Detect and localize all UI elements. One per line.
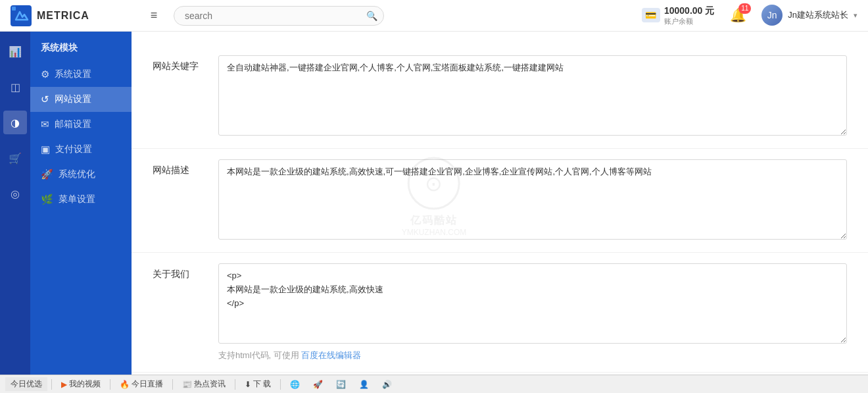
payment-settings-icon: ▣ <box>41 144 50 155</box>
taskbar-news-label: 热点资讯 <box>194 379 226 390</box>
keyword-textarea[interactable] <box>218 55 847 136</box>
notification-badge: 11 <box>738 3 751 14</box>
wallet-label: 账户余额 <box>664 16 714 26</box>
taskbar-sep-4 <box>235 379 235 390</box>
about-label: 关于我们 <box>153 263 218 280</box>
live-icon: 🔥 <box>120 380 130 389</box>
sidebar-nav: 系统模块 ⚙ 系统设置 ↺ 网站设置 ✉ 邮箱设置 ▣ 支付设置 🚀 系统优化 … <box>30 32 132 375</box>
sidebar-item-payment-settings[interactable]: ▣ 支付设置 <box>30 137 132 162</box>
taskbar-icon2: 🚀 <box>313 380 323 389</box>
avatar: Jn <box>761 5 783 26</box>
taskbar-sep-3 <box>172 379 173 390</box>
taskbar-item-live[interactable]: 🔥 今日直播 <box>114 377 168 391</box>
form-row-about: 关于我们 支持html代码, 可使用 百度在线编辑器 <box>132 253 868 373</box>
main-layout: 📊 ◫ ◑ 🛒 ◎ 系统模块 ⚙ 系统设置 ↺ 网站设置 ✉ 邮箱设置 ▣ 支付… <box>0 32 868 375</box>
sidebar-icon-layers[interactable]: ◫ <box>3 75 27 99</box>
system-settings-icon: ⚙ <box>41 68 49 80</box>
taskbar-sep-5 <box>280 379 281 390</box>
user-area[interactable]: Jn Jn建站系统站长 ▾ <box>761 5 857 26</box>
description-label: 网站描述 <box>153 159 218 176</box>
keyword-label: 网站关键字 <box>153 55 218 72</box>
sidebar-section-title: 系统模块 <box>30 39 132 62</box>
taskbar-item-icon2[interactable]: 🚀 <box>308 379 328 390</box>
sidebar-item-email-settings[interactable]: ✉ 邮箱设置 <box>30 112 132 137</box>
search-icon[interactable]: 🔍 <box>366 11 377 21</box>
topbar: METRICA ≡ 🔍 💳 10000.00 元 账户余额 🔔 11 Jn Jn… <box>0 0 868 32</box>
content-area: ⊙ 亿码酷站 YMKUZHAN.COM 网站关键字 网站描述 关于我们 <box>132 32 868 375</box>
about-hint-prefix: 支持html代码, 可使用 <box>218 350 299 360</box>
wallet-amount: 10000.00 元 <box>664 5 714 16</box>
sidebar-icon-misc[interactable]: ◎ <box>3 182 27 205</box>
taskbar-icon4: 👤 <box>359 380 369 389</box>
taskbar-icon1: 🌐 <box>290 380 300 389</box>
user-name: Jn建站系统站长 <box>788 9 848 21</box>
taskbar-item-download[interactable]: ⬇ 下 载 <box>239 377 276 391</box>
news-icon: 📰 <box>182 380 192 389</box>
notification-button[interactable]: 🔔 11 <box>727 5 748 26</box>
taskbar-item-news[interactable]: 📰 热点资讯 <box>177 377 231 391</box>
form-row-keyword: 网站关键字 <box>132 45 868 149</box>
sidebar-item-label-payment-settings: 支付设置 <box>55 144 92 155</box>
about-field: 支持html代码, 可使用 百度在线编辑器 <box>218 263 847 361</box>
logo-icon <box>11 5 32 26</box>
taskbar-item-today-picks[interactable]: 今日优选 <box>5 377 47 391</box>
website-settings-icon: ↺ <box>41 93 49 105</box>
taskbar-item-icon4[interactable]: 👤 <box>354 379 374 390</box>
taskbar-item-my-video[interactable]: ▶ 我的视频 <box>56 377 106 391</box>
sidebar-item-label-website-settings: 网站设置 <box>55 93 91 105</box>
wallet-info: 10000.00 元 账户余额 <box>664 5 714 26</box>
wallet-icon: 💳 <box>642 8 660 22</box>
keyword-field <box>218 55 847 138</box>
system-optimize-icon: 🚀 <box>41 169 53 180</box>
taskbar-download-label: 下 载 <box>253 379 271 390</box>
user-dropdown-icon: ▾ <box>854 11 857 20</box>
sidebar-icon-cart[interactable]: 🛒 <box>3 146 27 170</box>
sidebar-icon-analytics[interactable]: 📊 <box>3 39 27 63</box>
taskbar-sep-2 <box>110 379 110 390</box>
taskbar-my-video-label: 我的视频 <box>69 379 101 390</box>
sidebar-icon-settings[interactable]: ◑ <box>3 111 27 134</box>
form-row-description: 网站描述 <box>132 149 868 253</box>
taskbar-item-icon5[interactable]: 🔊 <box>377 379 397 390</box>
logo-text: METRICA <box>37 10 89 22</box>
about-hint: 支持html代码, 可使用 百度在线编辑器 <box>218 350 847 361</box>
wallet-area: 💳 10000.00 元 账户余额 <box>642 5 714 26</box>
sidebar-item-label-system-settings: 系统设置 <box>55 68 91 80</box>
sidebar-icon-strip: 📊 ◫ ◑ 🛒 ◎ <box>0 32 30 375</box>
menu-toggle-button[interactable]: ≡ <box>142 4 166 28</box>
sidebar-item-system-settings[interactable]: ⚙ 系统设置 <box>30 62 132 87</box>
about-hint-link[interactable]: 百度在线编辑器 <box>301 350 361 360</box>
search-bar: 🔍 <box>174 6 384 26</box>
sidebar-item-label-menu-settings: 菜单设置 <box>59 194 95 205</box>
sidebar-item-website-settings[interactable]: ↺ 网站设置 <box>30 87 132 112</box>
search-input[interactable] <box>174 6 384 26</box>
description-textarea[interactable] <box>218 159 847 240</box>
sidebar-item-menu-settings[interactable]: 🌿 菜单设置 <box>30 187 132 212</box>
my-video-icon: ▶ <box>61 380 67 389</box>
description-field <box>218 159 847 242</box>
taskbar-icon5: 🔊 <box>382 380 392 389</box>
logo-area: METRICA <box>11 5 142 26</box>
svg-rect-2 <box>12 7 16 11</box>
download-icon: ⬇ <box>245 380 251 389</box>
email-settings-icon: ✉ <box>41 118 49 130</box>
taskbar-live-label: 今日直播 <box>132 379 163 390</box>
taskbar-item-icon1[interactable]: 🌐 <box>285 379 305 390</box>
form-container: 网站关键字 网站描述 关于我们 支持html代码, 可使用 <box>132 32 868 375</box>
about-textarea[interactable] <box>218 263 847 344</box>
taskbar-item-icon3[interactable]: 🔄 <box>331 379 351 390</box>
sidebar-item-label-system-optimize: 系统优化 <box>59 169 95 180</box>
taskbar: 今日优选 ▶ 我的视频 🔥 今日直播 📰 热点资讯 ⬇ 下 载 🌐 🚀 🔄 👤 … <box>0 375 868 393</box>
sidebar-item-system-optimize[interactable]: 🚀 系统优化 <box>30 162 132 187</box>
taskbar-today-picks-label: 今日优选 <box>11 379 42 390</box>
taskbar-sep-1 <box>51 379 52 390</box>
topbar-right: 💳 10000.00 元 账户余额 🔔 11 Jn Jn建站系统站长 ▾ <box>642 5 857 26</box>
taskbar-icon3: 🔄 <box>336 380 346 389</box>
sidebar-item-label-email-settings: 邮箱设置 <box>55 118 91 130</box>
menu-settings-icon: 🌿 <box>41 194 53 205</box>
